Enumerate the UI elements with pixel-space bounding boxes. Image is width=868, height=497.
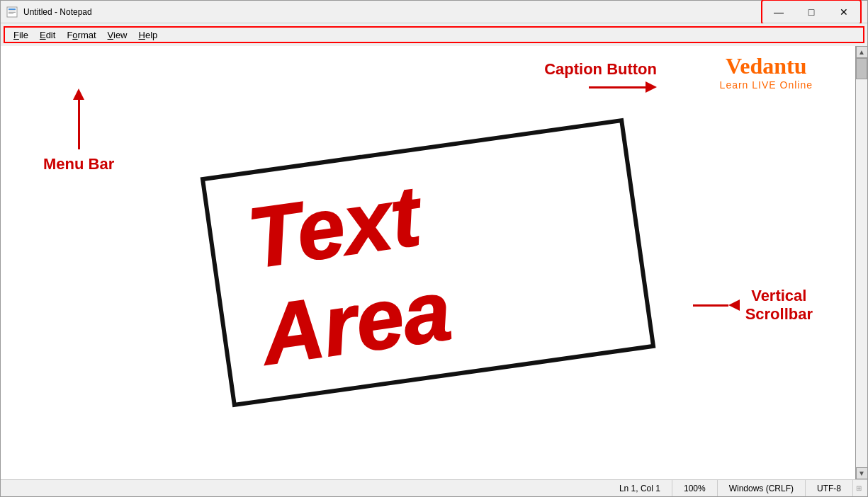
text-area-text: Text Area xyxy=(242,142,614,384)
resize-grip-icon: ⊞ xyxy=(853,483,864,494)
close-button[interactable]: ✕ xyxy=(828,1,860,23)
title-bar-left: Untitled - Notepad xyxy=(6,6,92,18)
text-area-label: Text Area xyxy=(201,118,656,408)
status-line-ending: Windows (CRLF) xyxy=(718,480,806,496)
status-zoom: 100% xyxy=(672,480,718,496)
vedantu-tagline: Learn LIVE Online xyxy=(720,79,813,91)
menu-bar-annotation: Menu Bar xyxy=(43,88,114,173)
scroll-thumb[interactable] xyxy=(856,58,867,79)
status-position: Ln 1, Col 1 xyxy=(608,480,672,496)
notepad-icon xyxy=(6,6,18,18)
status-encoding: UTF-8 xyxy=(806,480,853,496)
menu-bar-label: Menu Bar xyxy=(43,155,114,173)
content-area: Menu Bar Caption Button Vedantu Learn LI… xyxy=(1,46,867,479)
menu-help[interactable]: Help xyxy=(133,28,164,42)
arrow-up-icon xyxy=(43,88,114,149)
caption-button-label: Caption Button xyxy=(544,60,657,79)
menu-view[interactable]: View xyxy=(102,28,133,42)
text-area[interactable]: Menu Bar Caption Button Vedantu Learn LI… xyxy=(1,46,855,479)
menu-file[interactable]: File xyxy=(8,28,34,42)
vertical-scrollbar[interactable]: ▲ ▼ xyxy=(855,46,867,479)
scroll-down-button[interactable]: ▼ xyxy=(856,467,868,479)
svg-rect-2 xyxy=(9,11,16,11)
minimize-button[interactable]: — xyxy=(762,1,795,23)
svg-rect-4 xyxy=(9,13,13,14)
scroll-track[interactable] xyxy=(856,58,867,467)
arrow-line-h2 xyxy=(693,304,728,307)
annotations-layer: Menu Bar Caption Button Vedantu Learn LI… xyxy=(1,46,855,479)
arrow-line-h xyxy=(589,86,646,88)
arrow-up-line xyxy=(78,100,80,149)
arrow-head-right xyxy=(646,81,657,93)
status-bar: Ln 1, Col 1 100% Windows (CRLF) UTF-8 ⊞ xyxy=(1,479,867,496)
window-title: Untitled - Notepad xyxy=(23,7,92,17)
scrollbar-label: VerticalScrollbar xyxy=(745,287,813,324)
notepad-window: Untitled - Notepad — □ ✕ File Edit Forma… xyxy=(0,0,868,497)
maximize-button[interactable]: □ xyxy=(795,1,828,23)
svg-rect-1 xyxy=(9,8,16,10)
vedantu-name: Vedantu xyxy=(726,53,806,79)
caption-button-annotation: Caption Button xyxy=(544,60,657,93)
svg-rect-3 xyxy=(9,12,16,13)
menu-bar: File Edit Format View Help xyxy=(4,26,864,43)
arrow-right-icon xyxy=(544,81,657,93)
scroll-up-button[interactable]: ▲ xyxy=(856,46,868,58)
scrollbar-annotation: VerticalScrollbar xyxy=(693,287,813,324)
arrow-left-icon xyxy=(693,299,740,311)
vedantu-logo: Vedantu Learn LIVE Online xyxy=(720,53,813,91)
title-bar: Untitled - Notepad — □ ✕ xyxy=(1,1,867,23)
arrow-head-left xyxy=(728,299,740,311)
caption-buttons-group: — □ ✕ xyxy=(761,0,862,25)
menu-edit[interactable]: Edit xyxy=(34,28,61,42)
arrow-up-head xyxy=(73,88,84,100)
menu-format[interactable]: Format xyxy=(61,28,101,42)
